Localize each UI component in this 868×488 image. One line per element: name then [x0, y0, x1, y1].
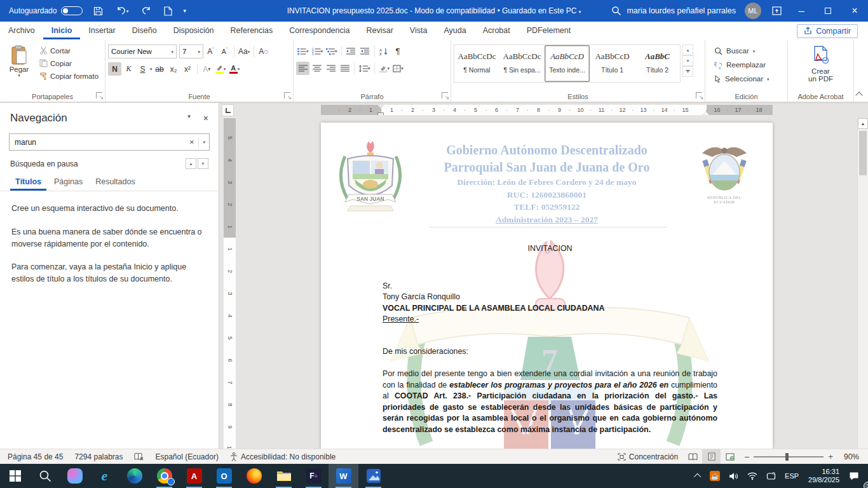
nav-pane-options-icon[interactable]: ▾	[187, 113, 191, 123]
saved-location-caret-icon[interactable]: ▾	[579, 10, 581, 14]
style-sin-espaciado[interactable]: AaBbCcDc ¶ Sin espa...	[499, 45, 545, 82]
document-page[interactable]: 7	[321, 123, 773, 449]
page-indicator[interactable]: Página 45 de 45	[0, 449, 69, 464]
close-button[interactable]: ×	[841, 0, 868, 22]
show-marks-button[interactable]: ¶	[391, 44, 405, 58]
taskbar-pdfelement[interactable]: F≡	[299, 464, 329, 488]
autosave-control[interactable]: Autoguardado	[9, 6, 83, 15]
scroll-up-icon[interactable]: ▲	[858, 118, 868, 129]
paragraph-dialog-launcher[interactable]	[442, 92, 448, 100]
multilevel-list-button[interactable]: ▾	[325, 44, 339, 58]
tab-correspondencia[interactable]: Correspondencia	[281, 22, 358, 39]
tab-ayuda[interactable]: Ayuda	[435, 22, 474, 39]
focus-mode-button[interactable]: Concentración	[612, 449, 684, 464]
select-button[interactable]: Seleccionar▾	[712, 72, 785, 86]
grow-font-button[interactable]: Aˆ	[204, 45, 217, 58]
styles-scroll-up-icon[interactable]: ▴	[682, 44, 693, 55]
new-document-icon[interactable]	[161, 4, 174, 17]
styles-more-icon[interactable]: ▾	[682, 66, 693, 77]
nav-tab-titulos[interactable]: Títulos	[10, 174, 46, 191]
nav-search-input[interactable]	[13, 137, 185, 147]
superscript-button[interactable]: x²	[181, 62, 194, 76]
taskbar-photos[interactable]	[358, 464, 388, 488]
justify-button[interactable]	[338, 62, 351, 75]
undo-button[interactable]: ▾	[113, 4, 131, 17]
taskbar-internet-explorer[interactable]: e	[90, 464, 119, 488]
tab-referencias[interactable]: Referencias	[222, 22, 281, 39]
change-case-button[interactable]: Aa▾	[237, 45, 251, 58]
tab-vista[interactable]: Vista	[402, 22, 436, 39]
nav-search-clear-icon[interactable]: ×	[185, 137, 199, 147]
user-name[interactable]: maria lourdes peñafiel parrales	[627, 6, 736, 15]
nav-pane-close-icon[interactable]: ×	[203, 113, 208, 123]
read-mode-button[interactable]	[684, 449, 702, 464]
nav-tab-resultados[interactable]: Resultados	[90, 174, 140, 191]
cut-button[interactable]: Cortar	[37, 45, 101, 56]
bullets-button[interactable]: ▾	[296, 44, 310, 58]
tray-language[interactable]: ESP	[780, 464, 803, 488]
nav-search-options-icon[interactable]: ▾	[199, 140, 205, 144]
highlight-button[interactable]: ▾	[214, 62, 227, 76]
vertical-scrollbar[interactable]: ▲	[857, 118, 868, 449]
nav-tab-paginas[interactable]: Páginas	[49, 174, 88, 191]
taskbar-acrobat[interactable]: A	[179, 464, 209, 488]
text-effects-button[interactable]: A▾	[200, 62, 214, 76]
save-icon[interactable]	[92, 4, 104, 17]
clipboard-dialog-launcher[interactable]	[96, 92, 102, 100]
shading-button[interactable]: ▾	[377, 62, 391, 75]
font-color-button[interactable]: A▾	[228, 62, 241, 76]
taskbar-word[interactable]: W	[329, 464, 358, 488]
taskbar-search-button[interactable]	[30, 464, 60, 488]
tray-java-icon[interactable]: ☕	[705, 464, 724, 488]
language-indicator[interactable]: Español (Ecuador)	[149, 449, 224, 464]
zoom-level[interactable]: 90%	[838, 449, 868, 464]
proofing-status-icon[interactable]	[128, 449, 149, 464]
align-left-button[interactable]	[296, 62, 309, 75]
share-button[interactable]: Compartir	[797, 24, 858, 38]
tab-archivo[interactable]: Archivo	[0, 22, 43, 39]
minimize-button[interactable]: ─	[788, 0, 815, 22]
print-layout-button[interactable]	[702, 449, 721, 464]
ribbon-display-options-icon[interactable]	[770, 4, 783, 17]
tray-show-hidden-icon[interactable]	[691, 464, 705, 488]
tab-pdfelement[interactable]: PDFelement	[519, 22, 579, 39]
underline-button[interactable]: S	[136, 62, 149, 76]
style-titulo-1[interactable]: AaBbCcD Título 1	[590, 45, 635, 82]
replace-button[interactable]: bc Reemplazar	[712, 58, 785, 72]
borders-button[interactable]: ▾	[391, 62, 405, 75]
align-right-button[interactable]	[324, 62, 337, 75]
search-icon[interactable]	[610, 4, 623, 17]
autosave-toggle[interactable]	[61, 6, 83, 15]
decrease-indent-button[interactable]	[344, 44, 358, 58]
taskbar-firefox[interactable]	[239, 464, 269, 488]
taskbar-outlook[interactable]: O	[209, 464, 239, 488]
zoom-out-icon[interactable]: −	[744, 452, 749, 462]
tray-volume-icon[interactable]	[724, 464, 743, 488]
tab-inicio[interactable]: Inicio	[43, 22, 81, 39]
clear-formatting-button[interactable]: A◇	[257, 45, 270, 58]
zoom-slider[interactable]: − +	[739, 452, 838, 462]
style-normal[interactable]: AaBbCcDc ¶ Normal	[454, 45, 499, 82]
tab-disposicion[interactable]: Disposición	[165, 22, 222, 39]
taskbar-chrome[interactable]	[149, 464, 179, 488]
copy-button[interactable]: Copiar	[37, 58, 101, 69]
shrink-font-button[interactable]: Aˇ	[218, 45, 231, 58]
align-center-button[interactable]	[310, 62, 323, 75]
paste-button[interactable]: Pegar ▾	[3, 44, 36, 90]
redo-button[interactable]	[140, 4, 153, 17]
tab-insertar[interactable]: Insertar	[80, 22, 123, 39]
subscript-button[interactable]: x₂	[167, 62, 180, 76]
style-titulo-2[interactable]: AaBbC Título 2	[635, 45, 680, 82]
style-texto-independiente[interactable]: AaBbCcD Texto inde...	[545, 45, 590, 82]
increase-indent-button[interactable]	[358, 44, 372, 58]
restore-button[interactable]	[815, 0, 841, 22]
scrollbar-thumb[interactable]	[859, 131, 867, 175]
tray-cast-icon[interactable]	[762, 464, 780, 488]
word-count[interactable]: 7294 palabras	[69, 449, 128, 464]
strikethrough-button[interactable]: ab	[153, 62, 166, 76]
notification-center[interactable]: 3	[844, 464, 868, 488]
styles-dialog-launcher[interactable]	[696, 92, 702, 100]
font-family-select[interactable]: Courier New▾	[108, 44, 177, 58]
styles-scroll-down-icon[interactable]: ▾	[682, 55, 693, 66]
line-spacing-button[interactable]: ▾	[357, 62, 372, 75]
